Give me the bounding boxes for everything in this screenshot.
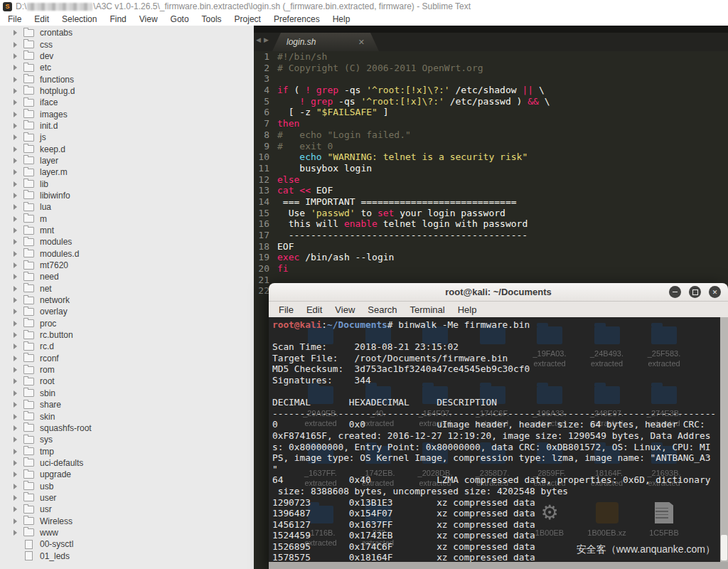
terminal-scrollbar-thumb[interactable] — [721, 535, 727, 560]
expand-arrow-icon[interactable] — [14, 402, 17, 408]
sidebar-item-crontabs[interactable]: crontabs — [0, 27, 254, 38]
menu-item-project[interactable]: Project — [228, 14, 267, 24]
maximize-button[interactable] — [689, 286, 701, 298]
expand-arrow-icon[interactable] — [14, 30, 17, 36]
expand-arrow-icon[interactable] — [14, 378, 17, 384]
menu-item-edit[interactable]: Edit — [28, 14, 55, 24]
sidebar-item-iface[interactable]: iface — [0, 97, 254, 108]
sidebar-item-rc.button[interactable]: rc.button — [0, 329, 254, 341]
sidebar-item-01_leds[interactable]: 01_leds — [0, 550, 254, 561]
terminal-menu-item-edit[interactable]: Edit — [300, 304, 328, 315]
sidebar-item-sys[interactable]: sys — [0, 434, 254, 445]
tab-nav-right-icon[interactable]: ▶ — [264, 36, 269, 43]
expand-arrow-icon[interactable] — [14, 228, 17, 233]
code-line[interactable]: this will enable telnet login with passw… — [277, 218, 728, 230]
code-line[interactable]: busybox login — [277, 163, 728, 174]
expand-arrow-icon[interactable] — [14, 449, 17, 454]
menu-item-file[interactable]: File — [1, 14, 28, 24]
expand-arrow-icon[interactable] — [14, 519, 17, 524]
sidebar-item-lua[interactable]: lua — [0, 201, 254, 213]
sidebar-item-www[interactable]: www — [0, 527, 254, 538]
code-line[interactable]: EOF — [277, 241, 728, 252]
code-line[interactable]: ! grep -qs '^root:[!x]\?:' /etc/passwd )… — [277, 96, 728, 107]
sidebar-item-Wireless[interactable]: Wireless — [0, 515, 254, 526]
sidebar-item-rc.d[interactable]: rc.d — [0, 341, 254, 352]
menu-item-help[interactable]: Help — [326, 14, 357, 24]
expand-arrow-icon[interactable] — [14, 169, 17, 175]
expand-arrow-icon[interactable] — [14, 65, 17, 70]
expand-arrow-icon[interactable] — [14, 344, 17, 349]
sidebar-item-skin[interactable]: skin — [0, 410, 254, 422]
expand-arrow-icon[interactable] — [14, 123, 17, 129]
sidebar-item-need[interactable]: need — [0, 271, 254, 282]
sidebar-item-rconf[interactable]: rconf — [0, 353, 254, 364]
code-line[interactable] — [277, 73, 728, 85]
expand-arrow-icon[interactable] — [14, 216, 17, 222]
code-line[interactable]: fi — [277, 263, 728, 275]
code-line[interactable]: then — [277, 118, 728, 129]
terminal-body[interactable]: _19FA03.extracted_24B493.extracted_25F58… — [269, 317, 728, 562]
sidebar-item-net[interactable]: net — [0, 283, 254, 294]
expand-arrow-icon[interactable] — [14, 437, 17, 442]
sidebar-item-keep.d[interactable]: keep.d — [0, 143, 254, 154]
sidebar-item-uci-defaults[interactable]: uci-defaults — [0, 457, 254, 469]
sidebar-item-etc[interactable]: etc — [0, 62, 254, 73]
code-line[interactable]: exec /bin/ash --login — [277, 252, 728, 263]
sidebar-item-tmp[interactable]: tmp — [0, 445, 254, 457]
expand-arrow-icon[interactable] — [14, 286, 17, 292]
sidebar-item-proc[interactable]: proc — [0, 318, 254, 329]
expand-arrow-icon[interactable] — [14, 297, 17, 303]
sidebar-item-lib[interactable]: lib — [0, 178, 254, 189]
close-button[interactable]: ✕ — [709, 286, 721, 298]
sidebar-item-modules[interactable]: modules — [0, 236, 254, 248]
sidebar-item-rom[interactable]: rom — [0, 364, 254, 376]
expand-arrow-icon[interactable] — [14, 390, 17, 396]
expand-arrow-icon[interactable] — [14, 77, 17, 83]
terminal-menu-item-help[interactable]: Help — [451, 304, 483, 315]
tab-close-icon[interactable]: ✕ — [358, 38, 365, 47]
sidebar-item-layer[interactable]: layer — [0, 155, 254, 166]
tab-login-sh[interactable]: login.sh ✕ — [272, 33, 379, 51]
expand-arrow-icon[interactable] — [14, 274, 17, 280]
sidebar-item-network[interactable]: network — [0, 294, 254, 306]
sidebar-item-sbin[interactable]: sbin — [0, 388, 254, 399]
sidebar-item-root[interactable]: root — [0, 376, 254, 387]
expand-arrow-icon[interactable] — [14, 460, 17, 466]
expand-arrow-icon[interactable] — [14, 42, 17, 48]
expand-arrow-icon[interactable] — [14, 356, 17, 361]
expand-arrow-icon[interactable] — [14, 100, 17, 105]
terminal-scrollbar[interactable] — [720, 317, 728, 562]
terminal-menu-item-terminal[interactable]: Terminal — [404, 304, 451, 315]
terminal-titlebar[interactable]: root@kali: ~/Documents ✕ — [269, 283, 728, 302]
code-line[interactable]: cat << EOF — [277, 185, 728, 196]
terminal-menu-item-view[interactable]: View — [328, 304, 361, 315]
code-line[interactable]: # echo "Login failed." — [277, 129, 728, 141]
expand-arrow-icon[interactable] — [14, 112, 17, 117]
sidebar-item-libiwinfo[interactable]: libiwinfo — [0, 190, 254, 201]
code-line[interactable]: === IMPORTANT ==========================… — [277, 196, 728, 208]
sidebar-item-user[interactable]: user — [0, 492, 254, 504]
expand-arrow-icon[interactable] — [14, 193, 17, 198]
expand-arrow-icon[interactable] — [14, 472, 17, 477]
sidebar-item-usr[interactable]: usr — [0, 504, 254, 515]
expand-arrow-icon[interactable] — [14, 147, 17, 152]
expand-arrow-icon[interactable] — [14, 158, 17, 164]
expand-arrow-icon[interactable] — [14, 530, 17, 536]
sidebar-item-css[interactable]: css — [0, 38, 254, 50]
sidebar-item-overlay[interactable]: overlay — [0, 306, 254, 317]
expand-arrow-icon[interactable] — [14, 309, 17, 314]
sidebar-item-m[interactable]: m — [0, 213, 254, 225]
menu-item-find[interactable]: Find — [103, 14, 132, 24]
menu-item-view[interactable]: View — [133, 14, 164, 24]
expand-arrow-icon[interactable] — [14, 251, 17, 257]
sidebar-item-00-sysctl[interactable]: 00-sysctl — [0, 538, 254, 550]
expand-arrow-icon[interactable] — [14, 204, 17, 210]
expand-arrow-icon[interactable] — [14, 367, 17, 373]
sidebar-item-init.d[interactable]: init.d — [0, 120, 254, 132]
code-line[interactable]: # exit 0 — [277, 141, 728, 152]
sidebar-item-layer.m[interactable]: layer.m — [0, 166, 254, 178]
sidebar-item-upgrade[interactable]: upgrade — [0, 469, 254, 480]
minimize-button[interactable] — [669, 286, 681, 298]
code-line[interactable]: #!/bin/sh — [277, 51, 728, 63]
sidebar-item-mnt[interactable]: mnt — [0, 225, 254, 236]
